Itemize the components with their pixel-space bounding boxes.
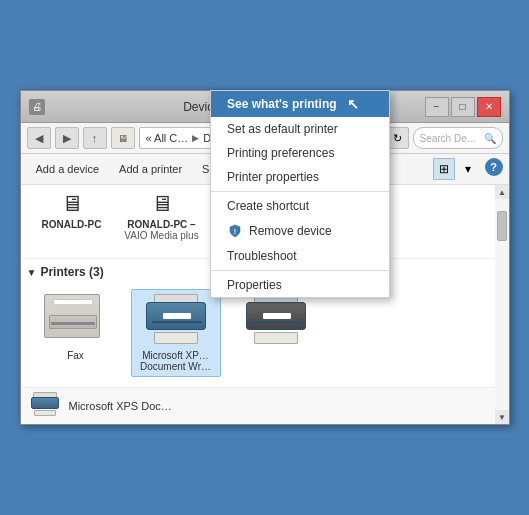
see-printing-label: See what's printing [227,97,337,111]
troubleshoot-label: Troubleshoot [227,249,297,263]
cursor-arrow: ↖ [347,96,359,112]
scroll-thumb[interactable] [497,211,507,241]
context-menu-item-troubleshoot[interactable]: Troubleshoot [211,244,389,268]
remove-device-label: Remove device [249,224,332,238]
add-printer-button[interactable]: Add a printer [110,159,191,179]
context-menu-item-create-shortcut[interactable]: Create shortcut [211,194,389,218]
device-name-1: RONALD-PC – [119,219,205,230]
forward-button[interactable]: ▶ [55,127,79,149]
window-icon: 🖨 [29,99,45,115]
device-item-1[interactable]: 🖥 RONALD-PC – VAIO Media plus [117,189,207,254]
minimize-button[interactable]: − [425,97,449,117]
up-button[interactable]: ↑ [83,127,107,149]
svg-text:!: ! [234,228,236,235]
context-menu-item-default-printer[interactable]: Set as default printer [211,117,389,141]
scroll-track[interactable] [495,199,509,410]
printer-item-xps[interactable]: Microsoft XP…Document Wr… [131,289,221,377]
printer-props-label: Printer properties [227,170,319,184]
printers-grid: Fax [27,285,489,381]
search-placeholder: Search De… [420,133,477,144]
default-printer-label: Set as default printer [227,122,338,136]
device-item-0[interactable]: 🖥 RONALD-PC [27,189,117,254]
back-button[interactable]: ◀ [27,127,51,149]
scroll-up-button[interactable]: ▲ [495,185,509,199]
context-menu-item-printing-prefs[interactable]: Printing preferences [211,141,389,165]
scrollbar[interactable]: ▲ ▼ [495,185,509,424]
properties-label: Properties [227,278,282,292]
fax-printer-label: Fax [36,350,116,361]
xps-printer-icon [144,294,208,346]
bottom-list-item[interactable]: Microsoft XPS Doc… [21,387,495,424]
context-separator-1 [211,191,389,192]
maximize-button[interactable]: □ [451,97,475,117]
context-menu-item-see-printing[interactable]: See what's printing ↖ [211,91,389,117]
devices-and-printers-window: 🖨 Devices and Printers − □ ✕ ◀ ▶ ↑ 🖥 « A… [20,90,510,425]
context-menu-item-properties[interactable]: Properties [211,273,389,297]
device-name-0: RONALD-PC [29,219,115,230]
title-bar-buttons: − □ ✕ [425,97,501,117]
context-menu: See what's printing ↖ Set as default pri… [210,90,390,298]
view-tiles-button[interactable]: ⊞ [433,158,455,180]
xps-printer-label: Microsoft XP…Document Wr… [136,350,216,372]
bottom-item-label: Microsoft XPS Doc… [69,400,172,412]
add-device-button[interactable]: Add a device [27,159,109,179]
scroll-down-button[interactable]: ▼ [495,410,509,424]
close-button[interactable]: ✕ [477,97,501,117]
dark-printer-icon [244,294,308,346]
printing-prefs-label: Printing preferences [227,146,334,160]
bottom-printer-icon [29,392,61,420]
printer-item-3[interactable] [231,289,321,377]
device-sub-1: VAIO Media plus [119,230,205,241]
shield-icon: ! [227,223,243,239]
search-box[interactable]: Search De… 🔍 [413,127,503,149]
printer-item-fax[interactable]: Fax [31,289,121,377]
context-menu-item-remove-device[interactable]: ! Remove device [211,218,389,244]
search-icon: 🔍 [484,133,496,144]
fax-printer-icon [44,294,108,346]
section-arrow: ▼ [27,267,37,278]
toolbar-view-icons: ⊞ ▾ ? [433,158,503,180]
help-button[interactable]: ? [485,158,503,176]
context-menu-item-printer-props[interactable]: Printer properties [211,165,389,189]
location-icon: 🖥 [111,127,135,149]
create-shortcut-label: Create shortcut [227,199,309,213]
path-part1: « All C… [146,132,189,144]
path-separator: ▶ [192,133,199,143]
printers-section-title: Printers (3) [40,265,103,279]
context-separator-2 [211,270,389,271]
view-dropdown-button[interactable]: ▾ [457,158,479,180]
